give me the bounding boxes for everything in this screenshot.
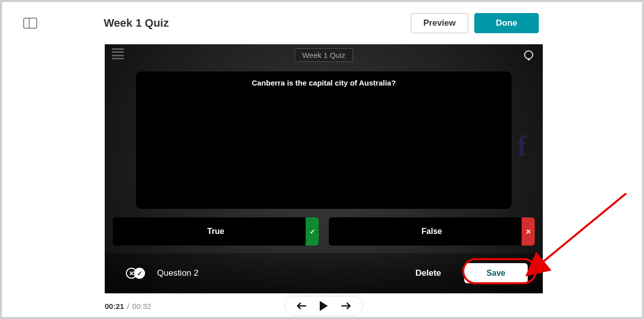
stage-header: Week 1 Quiz (105, 44, 543, 65)
prev-button[interactable] (296, 300, 307, 311)
next-button[interactable] (340, 300, 351, 311)
incorrect-marker-icon[interactable]: ✕ (522, 217, 535, 246)
page-title: Week 1 Quiz (104, 17, 169, 30)
top-buttons: Preview Done (411, 13, 539, 33)
question-text: Canberra is the capital city of Australi… (252, 78, 396, 87)
playback-footer: 00:21 / 00:32 (105, 295, 543, 317)
answer-true-label: True (207, 227, 225, 236)
top-toolbar: Week 1 Quiz Preview Done (2, 2, 642, 44)
layout-toggle-icon[interactable] (23, 18, 37, 29)
correct-marker-icon[interactable]: ✓ (306, 217, 319, 246)
question-number: Question 2 (157, 268, 198, 278)
app-frame: Week 1 Quiz Preview Done f Week 1 Quiz C… (2, 2, 642, 317)
video-stage: f Week 1 Quiz Canberra is the capital ci… (105, 44, 543, 293)
delete-button[interactable]: Delete (415, 268, 441, 278)
question-type-icon[interactable]: ✕✓ (126, 268, 145, 279)
hamburger-icon[interactable] (112, 48, 124, 59)
preview-button[interactable]: Preview (411, 13, 468, 33)
hint-bulb-icon[interactable] (523, 49, 535, 61)
svg-point-0 (525, 51, 533, 59)
save-button[interactable]: Save (464, 263, 528, 283)
time-separator: / (127, 302, 129, 310)
done-button[interactable]: Done (474, 13, 539, 33)
answer-false[interactable]: False ✕ (329, 217, 535, 246)
stage-title-badge: Week 1 Quiz (295, 48, 353, 62)
answer-false-label: False (421, 227, 442, 236)
current-time: 00:21 (105, 302, 124, 310)
play-button[interactable] (318, 300, 329, 311)
duration-time: 00:32 (132, 302, 152, 310)
question-text-box[interactable]: Canberra is the capital city of Australi… (136, 71, 512, 209)
playback-controls (284, 296, 363, 316)
answer-true[interactable]: True ✓ (113, 217, 319, 246)
background-letter: f (517, 130, 527, 162)
answer-row: True ✓ False ✕ (113, 217, 535, 246)
question-footer-bar: ✕✓ Question 2 Delete Save (105, 253, 543, 293)
svg-line-2 (541, 193, 626, 264)
